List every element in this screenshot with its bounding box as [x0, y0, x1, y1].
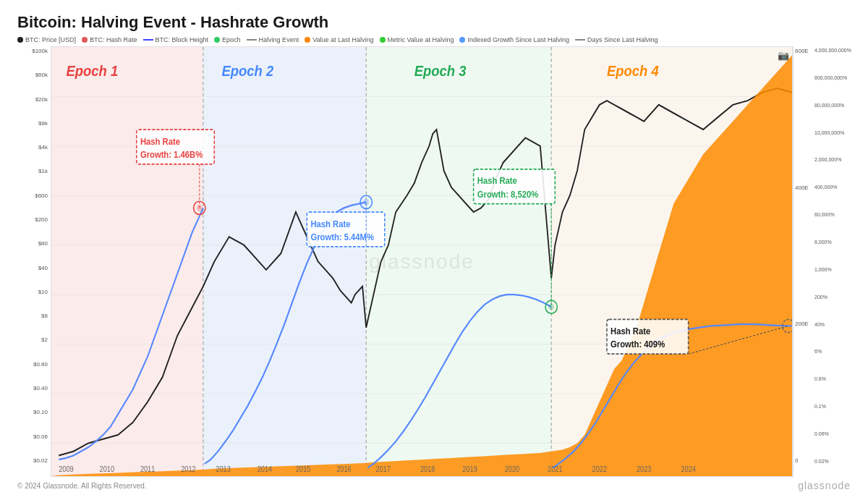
svg-text:Epoch 4: Epoch 4: [607, 62, 659, 79]
svg-text:2012: 2012: [181, 465, 196, 474]
y-right-pct-label: 40%: [814, 322, 849, 327]
svg-text:Growth: 5.44M%: Growth: 5.44M%: [310, 232, 374, 242]
y-left-label: $0.02: [33, 457, 48, 464]
y-right-pct-label: 6%: [814, 349, 849, 354]
svg-text:Epoch 2: Epoch 2: [222, 62, 274, 79]
y-axis-right-label: 600E: [795, 48, 812, 54]
svg-text:2011: 2011: [140, 465, 156, 474]
svg-text:2009: 2009: [59, 465, 74, 474]
chart-area: glassnode 📷: [51, 46, 793, 477]
svg-text:2016: 2016: [336, 465, 352, 474]
y-right-pct-label: 2,000,000%: [814, 157, 849, 162]
chart-legend: BTC: Price [USD]BTC: Hash RateBTC: Block…: [17, 36, 851, 43]
svg-text:2021: 2021: [548, 465, 563, 474]
y-left-label: $0.06: [33, 433, 48, 440]
y-axis-right-secondary: 600E 400E 200E 0: [793, 46, 814, 477]
svg-text:2010: 2010: [100, 465, 115, 474]
svg-text:2013: 2013: [216, 465, 231, 474]
legend-item-metric-value-at-halving: Metric Value at Halving: [380, 36, 454, 43]
legend-item-epoch: Epoch: [214, 36, 241, 43]
footer: © 2024 Glassnode. All Rights Reserved. g…: [17, 480, 851, 491]
svg-text:2019: 2019: [462, 465, 477, 474]
svg-text:2014: 2014: [258, 465, 273, 474]
y-axis-right-label: 200E: [795, 321, 812, 327]
y-right-pct-label: 1,000%: [814, 267, 849, 272]
svg-text:2015: 2015: [296, 465, 311, 474]
y-axis-right-label: 400E: [795, 185, 812, 191]
legend-item-value-at-last-halving: Value at Last Halving: [305, 36, 373, 43]
y-left-label: $600: [35, 192, 48, 199]
y-right-pct-label: 600,000,000%: [814, 75, 849, 80]
y-right-pct-label: 0.8%: [814, 376, 849, 381]
svg-text:Hash Rate: Hash Rate: [610, 326, 650, 336]
legend-item-halving-event: Halving Event: [247, 36, 299, 43]
legend-item-days-since-halving: Days Since Last Halving: [575, 36, 658, 43]
svg-text:Epoch 1: Epoch 1: [66, 62, 118, 79]
chart-wrapper: $100k$60k$20k$8k$4k$1k$600$200$80$40$10$…: [17, 46, 851, 477]
y-left-label: $0.10: [33, 409, 48, 415]
y-left-label: $60k: [35, 72, 48, 78]
legend-item-btc-block-height: BTC: Block Height: [143, 36, 209, 43]
legend-item-btc-price: BTC: Price [USD]: [17, 36, 76, 43]
svg-rect-1: [203, 47, 366, 476]
y-left-label: $100k: [32, 48, 48, 54]
svg-text:2023: 2023: [637, 465, 652, 474]
y-left-label: $8: [41, 313, 48, 319]
y-right-pct-label: 0.06%: [814, 431, 849, 436]
svg-text:2020: 2020: [505, 465, 520, 474]
svg-text:Epoch 3: Epoch 3: [414, 62, 467, 79]
svg-text:Hash Rate: Hash Rate: [477, 176, 517, 187]
svg-text:2018: 2018: [420, 465, 435, 474]
y-right-pct-label: 4,000,000,000%: [814, 48, 849, 53]
svg-text:Growth: 8,520%: Growth: 8,520%: [477, 189, 539, 200]
y-left-label: $8k: [38, 120, 48, 127]
y-axis-right-wrapper: 600E 400E 200E 0 4,000,000,000%600,000,0…: [793, 46, 851, 477]
y-left-label: $10: [38, 289, 48, 295]
copyright: © 2024 Glassnode. All Rights Reserved.: [17, 482, 147, 490]
legend-item-indexed-growth: Indexed Growth Since Last Halving: [459, 36, 569, 43]
y-left-label: $80: [38, 240, 48, 247]
y-axis-right-label: 0: [795, 457, 812, 464]
svg-text:2022: 2022: [592, 465, 608, 474]
y-left-label: $40: [38, 265, 48, 271]
svg-text:Growth: 1.46B%: Growth: 1.46B%: [140, 149, 203, 160]
y-right-pct-label: 10,000,000%: [814, 130, 849, 135]
svg-text:Growth: 409%: Growth: 409%: [610, 339, 665, 350]
svg-text:Hash Rate: Hash Rate: [140, 136, 180, 147]
y-left-label: $2: [41, 336, 48, 343]
y-left-label: $0.40: [33, 385, 48, 391]
y-right-pct-label: 400,000%: [814, 185, 849, 190]
y-left-label: $1k: [38, 168, 48, 174]
y-right-pct-label: 0.1%: [814, 404, 849, 409]
y-right-pct-label: 200%: [814, 295, 849, 300]
svg-text:Hash Rate: Hash Rate: [310, 219, 350, 229]
y-right-pct-label: 60,000%: [814, 212, 849, 217]
y-left-label: $4k: [38, 144, 48, 151]
y-right-pct-label: 0.02%: [814, 459, 849, 464]
y-axis-left: $100k$60k$20k$8k$4k$1k$600$200$80$40$10$…: [17, 46, 51, 477]
y-right-pct-label: 8,000%: [814, 240, 849, 245]
y-left-label: $200: [35, 216, 48, 223]
svg-text:2024: 2024: [681, 465, 696, 474]
svg-text:2017: 2017: [376, 465, 391, 474]
y-left-label: $20k: [35, 96, 48, 103]
svg-rect-0: [51, 47, 203, 476]
main-container: Bitcoin: Halving Event - Hashrate Growth…: [0, 0, 868, 500]
chart-title: Bitcoin: Halving Event - Hashrate Growth: [17, 13, 851, 32]
y-left-label: $0.80: [33, 361, 48, 368]
y-right-pct-label: 80,000,000%: [814, 103, 849, 108]
svg-rect-2: [366, 47, 551, 476]
legend-item-btc-hashrate: BTC: Hash Rate: [82, 36, 137, 43]
y-axis-right-pct: 4,000,000,000%600,000,000%80,000,000%10,…: [813, 46, 849, 477]
brand-logo: glassnode: [798, 480, 851, 491]
